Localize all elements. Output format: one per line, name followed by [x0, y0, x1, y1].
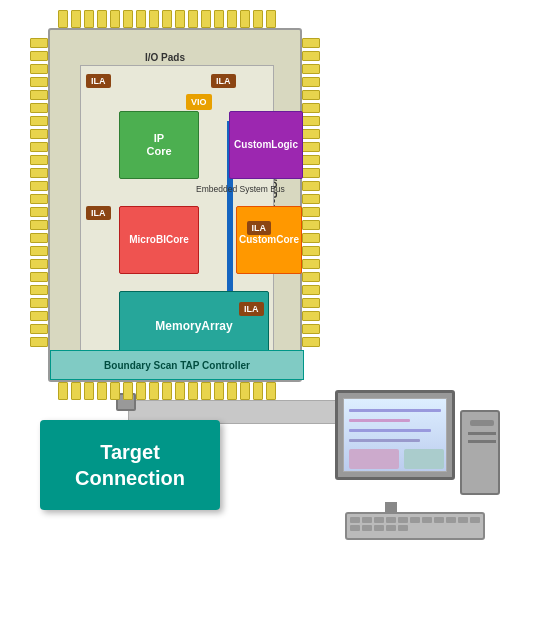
target-label-line1: Target — [75, 439, 185, 465]
pin — [30, 155, 48, 165]
pin — [302, 116, 320, 126]
boundary-scan-label: Boundary Scan TAP Controller — [104, 360, 250, 371]
pin — [30, 285, 48, 295]
screen-line — [349, 409, 441, 412]
pin — [162, 382, 172, 400]
pin — [30, 233, 48, 243]
pin — [30, 324, 48, 334]
pin — [136, 10, 146, 28]
pin — [302, 272, 320, 282]
pin — [30, 259, 48, 269]
pin — [30, 116, 48, 126]
ila-badge-2: ILA — [211, 74, 236, 88]
pin — [253, 382, 263, 400]
custom-logic-label-line2: Logic — [271, 139, 298, 151]
pins-right — [302, 38, 320, 372]
boundary-scan-block: Boundary Scan TAP Controller — [50, 350, 304, 380]
pin — [188, 382, 198, 400]
pin — [240, 10, 250, 28]
pin — [302, 64, 320, 74]
pin — [123, 10, 133, 28]
pin — [302, 142, 320, 152]
screen-widget — [349, 449, 399, 469]
pin — [302, 77, 320, 87]
custom-core-label-line1: Custom — [239, 234, 276, 246]
pin — [302, 129, 320, 139]
tower-power-button — [470, 420, 494, 426]
pin — [97, 382, 107, 400]
pin — [30, 337, 48, 347]
pin — [302, 285, 320, 295]
pin — [302, 220, 320, 230]
screen-line — [349, 429, 431, 432]
custom-logic-label-line1: Custom — [234, 139, 271, 151]
keyboard-keys — [347, 514, 483, 534]
ila-badge-4: ILA — [247, 221, 272, 235]
pin — [30, 77, 48, 87]
pin — [58, 10, 68, 28]
pin — [266, 10, 276, 28]
pin — [30, 207, 48, 217]
pin — [302, 90, 320, 100]
pin — [175, 382, 185, 400]
memory-label-line1: Memory — [155, 319, 201, 335]
pin — [302, 168, 320, 178]
custom-core-block: Custom Core — [236, 206, 302, 274]
pin — [302, 337, 320, 347]
key — [386, 525, 396, 531]
bus-label: Embedded System Bus — [196, 184, 285, 194]
ila-badge-1: ILA — [86, 74, 111, 88]
pin — [227, 10, 237, 28]
chip-package: I/O Pads I/O Pads I/O Pads ILA ILA VIO I… — [30, 10, 320, 400]
pin — [30, 103, 48, 113]
pin — [302, 207, 320, 217]
target-label-line2: Connection — [75, 465, 185, 491]
pin — [149, 10, 159, 28]
pin — [30, 220, 48, 230]
pin — [30, 181, 48, 191]
pin — [302, 194, 320, 204]
pin — [302, 233, 320, 243]
screen-widget-2 — [404, 449, 444, 469]
pin — [201, 382, 211, 400]
pins-top — [58, 10, 292, 28]
pin — [302, 246, 320, 256]
pin — [214, 10, 224, 28]
pin — [110, 10, 120, 28]
pin — [266, 382, 276, 400]
key — [386, 517, 396, 523]
pin — [30, 311, 48, 321]
pins-bottom — [58, 382, 292, 400]
pin — [302, 298, 320, 308]
io-label-top: I/O Pads — [145, 52, 185, 63]
key — [350, 517, 360, 523]
key — [398, 517, 408, 523]
pin — [97, 10, 107, 28]
pin — [30, 51, 48, 61]
pin — [30, 272, 48, 282]
pin — [302, 51, 320, 61]
screen-line — [349, 439, 420, 442]
pin — [302, 103, 320, 113]
custom-core-label-line2: Core — [276, 234, 299, 246]
pin — [30, 168, 48, 178]
microbi-core-block: MicroBI Core — [119, 206, 199, 274]
pin — [110, 382, 120, 400]
microbi-label-line2: Core — [166, 234, 189, 246]
pin — [302, 38, 320, 48]
pin — [30, 64, 48, 74]
key — [446, 517, 456, 523]
key — [362, 525, 372, 531]
tower-case — [460, 410, 500, 495]
tower-drive-slot-2 — [468, 440, 496, 443]
pin — [302, 155, 320, 165]
pin — [227, 382, 237, 400]
pin — [30, 90, 48, 100]
key — [398, 525, 408, 531]
key — [374, 525, 384, 531]
pin — [30, 194, 48, 204]
chip-body: I/O Pads I/O Pads I/O Pads ILA ILA VIO I… — [48, 28, 302, 382]
main-container: I/O Pads I/O Pads I/O Pads ILA ILA VIO I… — [0, 0, 545, 617]
computer-illustration — [325, 390, 505, 570]
monitor-screen — [343, 398, 447, 472]
